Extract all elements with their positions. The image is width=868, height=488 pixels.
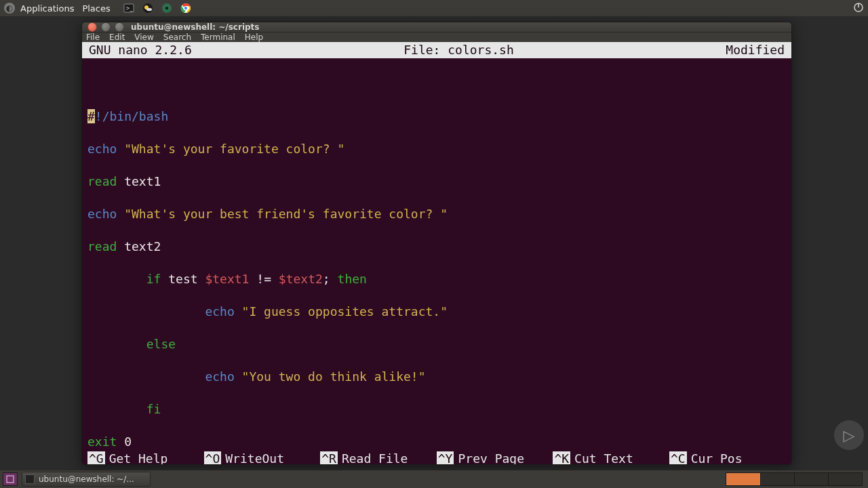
nano-shortcut: ^GGet Help <box>87 451 204 465</box>
taskbar-item-label: ubuntu@newshell: ~/... <box>39 474 134 484</box>
shortcut-label: Cut Text <box>574 451 633 465</box>
shortcut-label: Prev Page <box>458 451 524 465</box>
nano-filename: File: colors.sh <box>192 42 726 58</box>
window-titlebar[interactable]: ubuntu@newshell: ~/scripts <box>82 22 791 32</box>
nano-version: GNU nano 2.2.6 <box>89 42 192 58</box>
menu-help[interactable]: Help <box>245 33 263 42</box>
code-line: if test $text1 != $text2; then <box>87 271 786 287</box>
window-close-button[interactable] <box>87 22 97 32</box>
code-line: read text2 <box>87 239 786 255</box>
disc-icon[interactable] <box>161 2 173 14</box>
menu-terminal[interactable]: Terminal <box>201 33 235 42</box>
window-minimize-button[interactable] <box>101 22 111 32</box>
code-line: else <box>87 336 786 352</box>
menu-file[interactable]: File <box>86 33 100 42</box>
shortcut-label: Cur Pos <box>691 451 743 465</box>
nano-shortcut: ^YPrev Page <box>437 451 553 465</box>
workspace-switcher[interactable] <box>726 472 863 486</box>
nano-shortcut: ^OWriteOut <box>204 451 321 465</box>
code-line: echo "What's your favorite color? " <box>87 141 786 157</box>
launcher-icons: >_ <box>123 2 192 14</box>
svg-rect-12 <box>7 476 14 483</box>
show-desktop-button[interactable] <box>3 472 18 486</box>
menu-edit[interactable]: Edit <box>109 33 125 42</box>
shortcut-key: ^Y <box>437 451 454 465</box>
nano-shortcut: ^KCut Text <box>553 451 669 465</box>
workspace-2[interactable] <box>760 473 794 485</box>
code-line <box>87 76 786 92</box>
code-line: fi <box>87 401 786 418</box>
menu-search[interactable]: Search <box>163 33 191 42</box>
nano-header: GNU nano 2.2.6 File: colors.sh Modified <box>82 42 791 58</box>
workspace-1[interactable] <box>726 473 760 485</box>
shortcut-label: Read File <box>342 451 408 465</box>
chrome-icon[interactable] <box>180 2 192 14</box>
code-line: echo "You two do think alike!" <box>87 369 786 385</box>
shortcut-key: ^K <box>553 451 570 465</box>
applications-menu[interactable]: Applications <box>20 3 74 14</box>
code-line: read text1 <box>87 174 786 190</box>
terminal-window: ubuntu@newshell: ~/scripts File Edit Vie… <box>81 22 792 465</box>
shortcut-label: WriteOut <box>225 451 284 465</box>
code-line: echo "What's your best friend's favorite… <box>87 206 786 222</box>
shortcut-key: ^O <box>204 451 222 465</box>
code-line: echo "I guess opposites attract." <box>87 304 786 320</box>
code-line: exit 0 <box>87 434 786 450</box>
window-maximize-button[interactable] <box>115 22 124 32</box>
bottom-panel: ubuntu@newshell: ~/... <box>0 470 868 488</box>
terminal-menubar: File Edit View Search Terminal Help <box>82 32 791 42</box>
terminal-body[interactable]: GNU nano 2.2.6 File: colors.sh Modified … <box>82 42 791 465</box>
code-line: #!/bin/bash <box>87 108 786 125</box>
watermark-icon: ▷ <box>834 420 864 450</box>
shortcut-key: ^G <box>87 451 105 465</box>
workspace-4[interactable] <box>828 473 862 485</box>
nano-editor[interactable]: #!/bin/bash echo "What's your favorite c… <box>82 58 791 465</box>
shortcut-key: ^R <box>320 451 338 465</box>
taskbar-item-terminal[interactable]: ubuntu@newshell: ~/... <box>22 472 151 487</box>
menu-view[interactable]: View <box>134 33 153 42</box>
shortcut-label: Get Help <box>109 451 168 465</box>
svg-point-4 <box>146 8 152 11</box>
text-cursor: # <box>87 109 95 123</box>
places-menu[interactable]: Places <box>82 3 110 14</box>
nano-modified-status: Modified <box>726 42 785 58</box>
terminal-icon[interactable]: >_ <box>123 2 135 14</box>
svg-text:>_: >_ <box>125 5 134 12</box>
window-title: ubuntu@newshell: ~/scripts <box>131 22 260 32</box>
svg-point-6 <box>165 7 168 9</box>
power-icon[interactable] <box>853 2 864 15</box>
ubuntu-logo-icon[interactable]: ◐ <box>4 3 15 14</box>
nano-shortcut: ^CCur Pos <box>669 451 786 465</box>
weather-icon[interactable] <box>142 2 154 14</box>
terminal-icon <box>25 474 35 484</box>
desktop: ubuntu@newshell: ~/scripts File Edit Vie… <box>0 16 868 470</box>
nano-shortcuts: ^GGet Help^OWriteOut^RRead File^YPrev Pa… <box>82 451 791 465</box>
nano-shortcut: ^RRead File <box>320 451 437 465</box>
shortcut-key: ^C <box>669 451 687 465</box>
workspace-3[interactable] <box>794 473 828 485</box>
top-panel: ◐ Applications Places >_ <box>0 0 868 16</box>
